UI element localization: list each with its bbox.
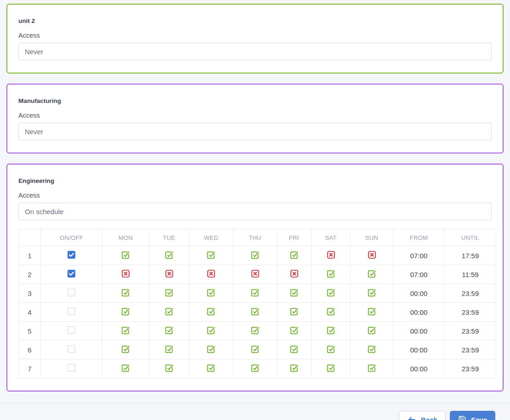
x-square-icon xyxy=(327,250,335,259)
day-toggle-wed[interactable] xyxy=(189,246,233,265)
day-toggle-mon[interactable] xyxy=(102,322,149,341)
day-toggle-sun[interactable] xyxy=(351,265,393,284)
day-toggle-wed[interactable] xyxy=(189,284,233,303)
until-time[interactable]: 11:59 xyxy=(445,265,496,284)
day-toggle-mon[interactable] xyxy=(102,246,149,265)
check-square-icon xyxy=(367,344,377,354)
from-time[interactable]: 00:00 xyxy=(393,303,445,322)
day-toggle-fri[interactable] xyxy=(277,284,312,303)
until-time[interactable]: 23:59 xyxy=(445,303,496,322)
day-toggle-wed[interactable] xyxy=(189,265,233,284)
day-toggle-sun[interactable] xyxy=(351,246,393,265)
day-toggle-fri[interactable] xyxy=(277,246,312,265)
column-header-from: FROM xyxy=(393,229,445,246)
day-toggle-sat[interactable] xyxy=(312,341,351,359)
day-toggle-thu[interactable] xyxy=(233,322,277,341)
day-toggle-thu[interactable] xyxy=(233,246,277,265)
page: unit 2 Access Never Manufacturing Access… xyxy=(0,0,510,420)
from-time[interactable]: 00:00 xyxy=(393,284,445,303)
row-number: 7 xyxy=(19,359,41,378)
footer: Back Save xyxy=(6,403,504,420)
day-toggle-sat[interactable] xyxy=(312,303,351,322)
access-select[interactable]: Never xyxy=(18,43,492,60)
check-square-icon xyxy=(206,250,216,260)
from-time[interactable]: 00:00 xyxy=(393,341,445,359)
day-toggle-wed[interactable] xyxy=(189,359,233,378)
check-square-icon xyxy=(289,288,299,297)
day-toggle-tue[interactable] xyxy=(149,322,189,341)
day-toggle-tue[interactable] xyxy=(149,359,189,378)
day-toggle-thu[interactable] xyxy=(233,303,277,322)
onoff-checkbox[interactable] xyxy=(41,265,102,284)
from-time[interactable]: 07:00 xyxy=(393,265,445,284)
check-square-icon xyxy=(250,288,260,297)
until-time[interactable]: 23:59 xyxy=(445,322,496,341)
day-toggle-tue[interactable] xyxy=(149,341,189,359)
day-toggle-sat[interactable] xyxy=(312,359,351,378)
day-toggle-tue[interactable] xyxy=(149,284,189,303)
day-toggle-thu[interactable] xyxy=(233,359,277,378)
check-square-icon xyxy=(206,288,216,297)
day-toggle-sat[interactable] xyxy=(312,246,351,265)
arrow-left-icon xyxy=(407,415,416,420)
day-toggle-wed[interactable] xyxy=(189,341,233,359)
schedule-row: 400:0023:59 xyxy=(19,303,496,322)
day-toggle-fri[interactable] xyxy=(277,359,312,378)
onoff-checkbox[interactable] xyxy=(41,359,102,378)
card-unit-2: unit 2 Access Never xyxy=(6,4,504,74)
day-toggle-wed[interactable] xyxy=(189,303,233,322)
day-toggle-sun[interactable] xyxy=(351,303,393,322)
day-toggle-mon[interactable] xyxy=(102,341,149,359)
until-time[interactable]: 23:59 xyxy=(445,341,496,359)
check-square-icon xyxy=(367,363,377,373)
until-time[interactable]: 23:59 xyxy=(445,359,496,378)
day-toggle-sun[interactable] xyxy=(351,359,393,378)
day-toggle-sat[interactable] xyxy=(312,322,351,341)
back-button[interactable]: Back xyxy=(399,411,446,420)
checkbox-unchecked-icon xyxy=(68,364,75,372)
day-toggle-mon[interactable] xyxy=(102,359,149,378)
day-toggle-thu[interactable] xyxy=(233,265,277,284)
check-square-icon xyxy=(164,306,174,316)
from-time[interactable]: 00:00 xyxy=(393,359,445,378)
onoff-checkbox[interactable] xyxy=(41,246,102,265)
back-button-label: Back xyxy=(421,416,437,420)
day-toggle-sat[interactable] xyxy=(312,284,351,303)
day-toggle-thu[interactable] xyxy=(233,341,277,359)
column-header-until: UNTIL xyxy=(445,229,496,246)
day-toggle-wed[interactable] xyxy=(189,322,233,341)
row-number: 1 xyxy=(19,246,41,265)
check-square-icon xyxy=(206,325,216,335)
day-toggle-fri[interactable] xyxy=(277,303,312,322)
day-toggle-mon[interactable] xyxy=(102,265,149,284)
day-toggle-fri[interactable] xyxy=(277,341,312,359)
day-toggle-tue[interactable] xyxy=(149,246,189,265)
day-toggle-mon[interactable] xyxy=(102,284,149,303)
day-toggle-tue[interactable] xyxy=(149,265,189,284)
from-time[interactable]: 07:00 xyxy=(393,246,445,265)
day-toggle-sun[interactable] xyxy=(351,322,393,341)
check-square-icon xyxy=(121,325,130,335)
from-time[interactable]: 00:00 xyxy=(393,322,445,341)
until-time[interactable]: 23:59 xyxy=(445,284,496,303)
day-toggle-sun[interactable] xyxy=(351,284,393,303)
onoff-checkbox[interactable] xyxy=(41,284,102,303)
access-select[interactable]: On schedule xyxy=(18,203,492,220)
schedule-header-row: ON/OFFMONTUEWEDTHUFRISATSUNFROMUNTIL xyxy=(19,229,496,246)
column-header-empty xyxy=(19,229,41,246)
column-header-onoff: ON/OFF xyxy=(41,229,102,246)
onoff-checkbox[interactable] xyxy=(41,341,102,359)
save-button[interactable]: Save xyxy=(450,411,495,420)
day-toggle-fri[interactable] xyxy=(277,265,312,284)
day-toggle-sun[interactable] xyxy=(351,341,393,359)
day-toggle-tue[interactable] xyxy=(149,303,189,322)
day-toggle-mon[interactable] xyxy=(102,303,149,322)
check-square-icon xyxy=(121,288,130,297)
day-toggle-fri[interactable] xyxy=(277,322,312,341)
onoff-checkbox[interactable] xyxy=(41,303,102,322)
day-toggle-sat[interactable] xyxy=(312,265,351,284)
onoff-checkbox[interactable] xyxy=(41,322,102,341)
until-time[interactable]: 17:59 xyxy=(445,246,496,265)
access-select[interactable]: Never xyxy=(18,123,492,140)
day-toggle-thu[interactable] xyxy=(233,284,277,303)
